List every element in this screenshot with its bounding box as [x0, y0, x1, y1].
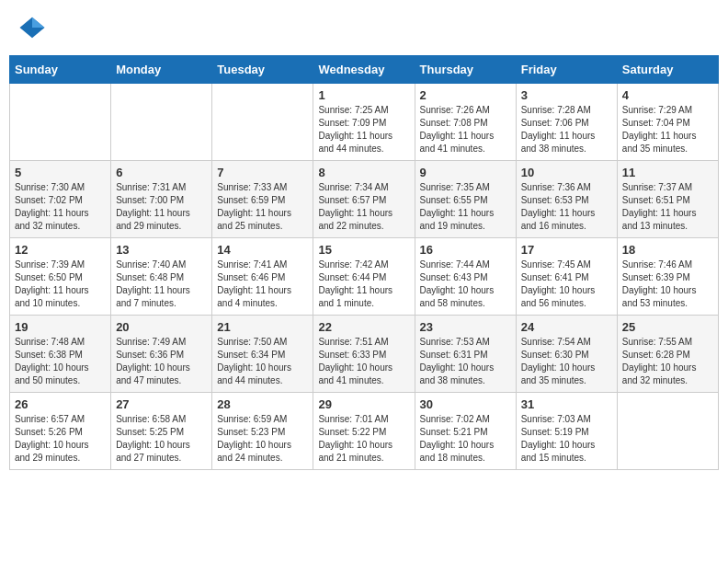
logo: [18, 14, 50, 41]
table-row: 20Sunrise: 7:49 AM Sunset: 6:36 PM Dayli…: [111, 316, 212, 393]
day-number: 19: [15, 320, 106, 334]
table-row: 4Sunrise: 7:29 AM Sunset: 7:04 PM Daylig…: [617, 84, 718, 161]
day-number: 5: [15, 166, 106, 179]
day-info: Sunrise: 7:46 AM Sunset: 6:39 PM Dayligh…: [622, 259, 713, 310]
day-info: Sunrise: 7:26 AM Sunset: 7:08 PM Dayligh…: [420, 104, 511, 155]
day-info: Sunrise: 7:53 AM Sunset: 6:31 PM Dayligh…: [420, 336, 511, 387]
day-number: 15: [318, 243, 409, 257]
calendar-table: Sunday Monday Tuesday Wednesday Thursday…: [9, 55, 719, 470]
weekday-tuesday: Tuesday: [212, 56, 313, 84]
day-number: 22: [318, 320, 409, 334]
day-number: 27: [116, 397, 207, 411]
day-info: Sunrise: 7:55 AM Sunset: 6:28 PM Dayligh…: [622, 336, 713, 387]
day-info: Sunrise: 7:51 AM Sunset: 6:33 PM Dayligh…: [318, 336, 409, 387]
day-info: Sunrise: 7:01 AM Sunset: 5:22 PM Dayligh…: [318, 413, 409, 465]
day-number: 31: [521, 397, 612, 411]
table-row: 16Sunrise: 7:44 AM Sunset: 6:43 PM Dayli…: [415, 238, 516, 316]
table-row: [10, 84, 111, 161]
table-row: 5Sunrise: 7:30 AM Sunset: 7:02 PM Daylig…: [10, 161, 111, 238]
calendar-header: Sunday Monday Tuesday Wednesday Thursday…: [10, 56, 719, 84]
table-row: [617, 393, 718, 470]
table-row: 15Sunrise: 7:42 AM Sunset: 6:44 PM Dayli…: [313, 238, 415, 316]
table-row: 14Sunrise: 7:41 AM Sunset: 6:46 PM Dayli…: [212, 238, 313, 316]
weekday-saturday: Saturday: [617, 56, 718, 84]
table-row: 27Sunrise: 6:58 AM Sunset: 5:25 PM Dayli…: [111, 393, 212, 470]
calendar-body: 1Sunrise: 7:25 AM Sunset: 7:09 PM Daylig…: [10, 84, 719, 470]
table-row: 6Sunrise: 7:31 AM Sunset: 7:00 PM Daylig…: [111, 161, 212, 238]
day-number: 20: [116, 320, 207, 334]
day-number: 11: [622, 166, 713, 179]
day-number: 10: [521, 166, 612, 179]
day-number: 3: [521, 88, 612, 102]
day-number: 17: [521, 243, 612, 257]
table-row: 21Sunrise: 7:50 AM Sunset: 6:34 PM Dayli…: [212, 316, 313, 393]
weekday-friday: Friday: [516, 56, 617, 84]
day-info: Sunrise: 7:03 AM Sunset: 5:19 PM Dayligh…: [521, 413, 612, 465]
table-row: 31Sunrise: 7:03 AM Sunset: 5:19 PM Dayli…: [516, 393, 617, 470]
day-info: Sunrise: 7:45 AM Sunset: 6:41 PM Dayligh…: [521, 259, 612, 310]
day-info: Sunrise: 7:34 AM Sunset: 6:57 PM Dayligh…: [318, 181, 409, 233]
weekday-thursday: Thursday: [415, 56, 516, 84]
day-info: Sunrise: 7:25 AM Sunset: 7:09 PM Dayligh…: [318, 104, 409, 155]
table-row: 2Sunrise: 7:26 AM Sunset: 7:08 PM Daylig…: [415, 84, 516, 161]
day-info: Sunrise: 7:28 AM Sunset: 7:06 PM Dayligh…: [521, 104, 612, 155]
table-row: 26Sunrise: 6:57 AM Sunset: 5:26 PM Dayli…: [10, 393, 111, 470]
table-row: 3Sunrise: 7:28 AM Sunset: 7:06 PM Daylig…: [516, 84, 617, 161]
table-row: 8Sunrise: 7:34 AM Sunset: 6:57 PM Daylig…: [313, 161, 415, 238]
day-number: 26: [15, 397, 106, 411]
day-info: Sunrise: 7:02 AM Sunset: 5:21 PM Dayligh…: [420, 413, 511, 465]
day-number: 23: [420, 320, 511, 334]
day-info: Sunrise: 7:40 AM Sunset: 6:48 PM Dayligh…: [116, 259, 207, 310]
table-row: 28Sunrise: 6:59 AM Sunset: 5:23 PM Dayli…: [212, 393, 313, 470]
table-row: 18Sunrise: 7:46 AM Sunset: 6:39 PM Dayli…: [617, 238, 718, 316]
day-info: Sunrise: 7:37 AM Sunset: 6:51 PM Dayligh…: [622, 181, 713, 233]
day-number: 1: [318, 88, 409, 102]
table-row: 30Sunrise: 7:02 AM Sunset: 5:21 PM Dayli…: [415, 393, 516, 470]
day-number: 12: [15, 243, 106, 257]
day-info: Sunrise: 7:44 AM Sunset: 6:43 PM Dayligh…: [420, 259, 511, 310]
table-row: [212, 84, 313, 161]
table-row: 12Sunrise: 7:39 AM Sunset: 6:50 PM Dayli…: [10, 238, 111, 316]
day-number: 18: [622, 243, 713, 257]
page-header: [9, 9, 719, 46]
day-number: 14: [217, 243, 308, 257]
day-number: 16: [420, 243, 511, 257]
table-row: 24Sunrise: 7:54 AM Sunset: 6:30 PM Dayli…: [516, 316, 617, 393]
weekday-sunday: Sunday: [10, 56, 111, 84]
day-number: 8: [318, 166, 409, 179]
table-row: 11Sunrise: 7:37 AM Sunset: 6:51 PM Dayli…: [617, 161, 718, 238]
day-info: Sunrise: 7:54 AM Sunset: 6:30 PM Dayligh…: [521, 336, 612, 387]
day-info: Sunrise: 6:59 AM Sunset: 5:23 PM Dayligh…: [217, 413, 308, 465]
table-row: 22Sunrise: 7:51 AM Sunset: 6:33 PM Dayli…: [313, 316, 415, 393]
table-row: 7Sunrise: 7:33 AM Sunset: 6:59 PM Daylig…: [212, 161, 313, 238]
day-info: Sunrise: 7:49 AM Sunset: 6:36 PM Dayligh…: [116, 336, 207, 387]
day-number: 21: [217, 320, 308, 334]
day-number: 28: [217, 397, 308, 411]
weekday-monday: Monday: [111, 56, 212, 84]
day-info: Sunrise: 6:58 AM Sunset: 5:25 PM Dayligh…: [116, 413, 207, 465]
table-row: 29Sunrise: 7:01 AM Sunset: 5:22 PM Dayli…: [313, 393, 415, 470]
day-number: 30: [420, 397, 511, 411]
day-number: 4: [622, 88, 713, 102]
day-number: 24: [521, 320, 612, 334]
day-info: Sunrise: 6:57 AM Sunset: 5:26 PM Dayligh…: [15, 413, 106, 465]
day-info: Sunrise: 7:36 AM Sunset: 6:53 PM Dayligh…: [521, 181, 612, 233]
weekday-wednesday: Wednesday: [313, 56, 415, 84]
logo-icon: [18, 14, 46, 41]
day-info: Sunrise: 7:41 AM Sunset: 6:46 PM Dayligh…: [217, 259, 308, 310]
day-info: Sunrise: 7:35 AM Sunset: 6:55 PM Dayligh…: [420, 181, 511, 233]
day-info: Sunrise: 7:42 AM Sunset: 6:44 PM Dayligh…: [318, 259, 409, 310]
day-info: Sunrise: 7:48 AM Sunset: 6:38 PM Dayligh…: [15, 336, 106, 387]
table-row: 10Sunrise: 7:36 AM Sunset: 6:53 PM Dayli…: [516, 161, 617, 238]
day-number: 2: [420, 88, 511, 102]
day-info: Sunrise: 7:29 AM Sunset: 7:04 PM Dayligh…: [622, 104, 713, 155]
day-number: 7: [217, 166, 308, 179]
table-row: [111, 84, 212, 161]
table-row: 23Sunrise: 7:53 AM Sunset: 6:31 PM Dayli…: [415, 316, 516, 393]
table-row: 25Sunrise: 7:55 AM Sunset: 6:28 PM Dayli…: [617, 316, 718, 393]
day-info: Sunrise: 7:50 AM Sunset: 6:34 PM Dayligh…: [217, 336, 308, 387]
day-info: Sunrise: 7:31 AM Sunset: 7:00 PM Dayligh…: [116, 181, 207, 233]
day-number: 6: [116, 166, 207, 179]
svg-marker-1: [32, 17, 45, 28]
day-number: 29: [318, 397, 409, 411]
